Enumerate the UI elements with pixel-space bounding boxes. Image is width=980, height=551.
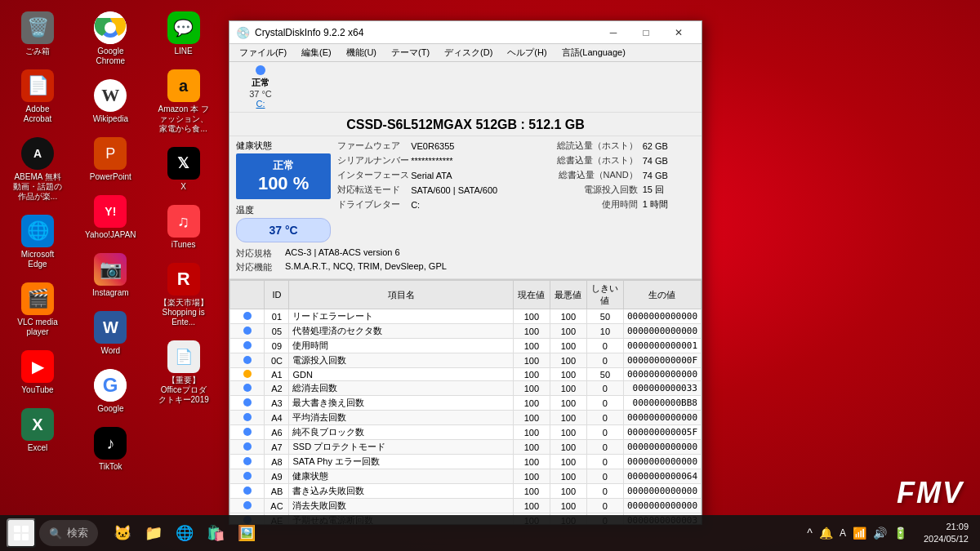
status-temp: 37 °C	[249, 89, 272, 99]
cell-name: 平均消去回数	[289, 411, 513, 425]
taskbar-app-store[interactable]: 🛍️	[201, 518, 230, 548]
firmware-row: ファームウェア VE0R6355	[337, 140, 546, 152]
icon-tiktok[interactable]: ♪ TikTok	[81, 424, 140, 475]
icon-yahoo-japan[interactable]: Y! Yahoo!JAPAN	[81, 192, 140, 243]
health-percent: 100 %	[246, 173, 321, 194]
menu-language[interactable]: 言語(Language)	[555, 45, 632, 60]
menu-theme[interactable]: テーマ(T)	[385, 45, 436, 60]
menu-help[interactable]: ヘルプ(H)	[501, 45, 553, 60]
status-drive-letter[interactable]: C:	[256, 99, 265, 109]
icon-line[interactable]: 💬 LINE	[154, 8, 213, 60]
cell-raw: 0000000000000	[623, 484, 701, 499]
icon-vlc[interactable]: 🎬 VLC media player	[8, 279, 67, 340]
menu-file[interactable]: ファイル(F)	[233, 45, 293, 60]
cell-id: A8	[265, 455, 289, 469]
status-dot	[243, 487, 252, 495]
minimize-button[interactable]: ─	[597, 21, 630, 44]
cell-id: A2	[265, 381, 289, 396]
icon-recycle-bin[interactable]: 🗑️ ごみ箱	[8, 8, 67, 60]
cell-worst: 100	[550, 484, 586, 499]
taskbar-app-photos[interactable]: 🖼️	[232, 518, 261, 548]
cell-current: 100	[513, 324, 550, 339]
cell-id: AB	[265, 484, 289, 499]
icon-word[interactable]: W Word	[81, 308, 140, 359]
icon-google[interactable]: G Google	[81, 366, 140, 417]
start-button[interactable]	[7, 518, 36, 548]
cell-current: 100	[513, 396, 550, 411]
cell-id: AC	[265, 499, 289, 513]
status-area: 正常 37 °C C:	[229, 62, 702, 113]
cell-worst: 100	[550, 440, 586, 455]
info-grid: 健康状態 正常 100 % 温度 37 °C ファームウェア VE0R6355 …	[229, 136, 702, 246]
cell-id: 0C	[265, 353, 289, 368]
icon-excel[interactable]: X Excel	[8, 405, 67, 456]
system-tray[interactable]: ^ 🔔 A 📶 🔊 🔋	[800, 523, 914, 543]
clock-date: 2024/05/12	[924, 533, 969, 545]
cell-id: A6	[265, 425, 289, 440]
cell-threshold: 0	[586, 411, 623, 425]
cell-name: 電源投入回数	[289, 353, 513, 368]
cell-worst: 100	[550, 455, 586, 469]
menu-function[interactable]: 機能(U)	[340, 45, 383, 60]
taskbar-clock[interactable]: 21:09 2024/05/12	[919, 519, 973, 548]
cell-raw: 0000000000000	[623, 440, 701, 455]
cell-threshold: 0	[586, 353, 623, 368]
taskbar-app-norton[interactable]: 🐱	[108, 518, 137, 548]
smart-table-container[interactable]: ID 項目名 現在値 最悪値 しきい値 生の値 01 リードエラーレート 100…	[229, 279, 702, 524]
cell-threshold: 0	[586, 484, 623, 499]
menu-edit[interactable]: 編集(E)	[295, 45, 338, 60]
icon-abema[interactable]: A ABEMA 無料動画・話題の作品が楽...	[8, 134, 67, 205]
fmv-logo: FMV	[897, 476, 964, 510]
col-header-raw: 生の値	[623, 281, 701, 309]
taskbar-app-edge[interactable]: 🌐	[170, 518, 199, 548]
icon-twitter-x[interactable]: 𝕏 X	[154, 144, 213, 195]
icon-wikipedia[interactable]: W Wikipedia	[81, 76, 140, 127]
cell-worst: 100	[550, 425, 586, 440]
power-count-row: 電源投入回数 15 回	[553, 184, 695, 196]
icon-instagram[interactable]: 📷 Instagram	[81, 250, 140, 301]
taskbar-search[interactable]: 🔍 検索	[39, 520, 98, 546]
cell-current: 100	[513, 469, 550, 484]
clock-time: 21:09	[946, 521, 969, 533]
icon-powerpoint[interactable]: P PowerPoint	[81, 134, 140, 185]
cell-id: A3	[265, 396, 289, 411]
drive-info-center: ファームウェア VE0R6355 シリアルナンバー ************ イ…	[337, 140, 546, 242]
menu-disk[interactable]: ディスク(D)	[438, 45, 499, 60]
col-header-name: 項目名	[289, 281, 513, 309]
cell-threshold: 0	[586, 425, 623, 440]
cell-threshold: 0	[586, 455, 623, 469]
col-header-dot	[230, 281, 265, 309]
status-dot	[243, 413, 252, 421]
table-row: AB 書き込み失敗回数 100 100 0 0000000000000	[230, 484, 702, 499]
status-dot	[243, 428, 252, 436]
icon-microsoft-edge[interactable]: 🌐 Microsoft Edge	[8, 211, 67, 273]
icon-youtube[interactable]: ▶ YouTube	[8, 347, 67, 398]
status-dot	[243, 457, 252, 465]
cell-current: 100	[513, 484, 550, 499]
window-title-text: CrystalDiskInfo 9.2.2 x64	[255, 27, 597, 38]
close-button[interactable]: ✕	[662, 21, 695, 44]
serial-row: シリアルナンバー ************	[337, 154, 546, 167]
table-row: A8 SATA Phy エラー回数 100 100 0 000000000000…	[230, 455, 702, 469]
cell-id: A4	[265, 411, 289, 425]
icon-amazon[interactable]: a Amazon 本 ファッション、家電から食...	[154, 66, 213, 137]
drive-header: CSSD-S6L512MGAX 512GB : 512.1 GB	[229, 113, 702, 136]
interface-row: インターフェース Serial ATA	[337, 169, 546, 181]
window-titlebar[interactable]: 💿 CrystalDiskInfo 9.2.2 x64 ─ □ ✕	[229, 21, 702, 44]
icon-office-key[interactable]: 📄 【重要】Officeプロダクトキー2019	[154, 337, 213, 408]
taskbar-right: ^ 🔔 A 📶 🔊 🔋 21:09 2024/05/12	[800, 519, 973, 548]
cell-current: 100	[513, 425, 550, 440]
cell-worst: 100	[550, 368, 586, 381]
icon-rakuten[interactable]: R 【楽天市場】Shopping is Ente...	[154, 260, 213, 331]
read-host-row: 総読込量（ホスト） 62 GB	[553, 140, 695, 152]
taskbar-app-file-explorer[interactable]: 📁	[139, 518, 168, 548]
tray-wifi: 📶	[853, 527, 866, 540]
maximize-button[interactable]: □	[630, 21, 662, 44]
window-title-icon: 💿	[236, 26, 250, 39]
tray-volume: 🔔	[819, 527, 833, 540]
health-label: 健康状態	[236, 140, 331, 152]
icon-google-chrome[interactable]: Google Chrome	[81, 8, 140, 69]
cell-threshold: 50	[586, 368, 623, 381]
icon-adobe-acrobat[interactable]: 📄 Adobe Acrobat	[8, 66, 67, 127]
icon-itunes[interactable]: ♫ iTunes	[154, 202, 213, 253]
